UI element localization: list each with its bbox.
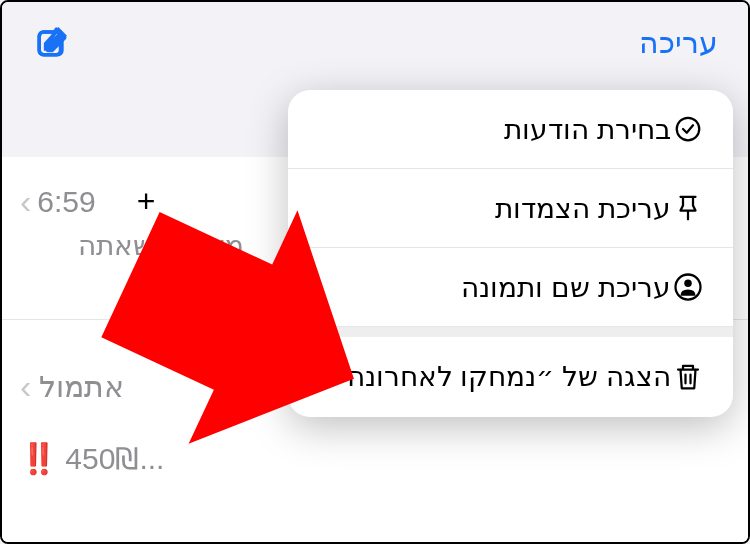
- svg-point-4: [684, 280, 692, 288]
- compose-icon: [35, 25, 69, 59]
- compose-button[interactable]: [32, 22, 72, 62]
- context-menu: בחירת הודעות עריכת הצמדות עריכת שם ותמונ…: [288, 90, 733, 417]
- menu-item-label: הצגה של ״נמחקו לאחרונה״: [316, 359, 671, 395]
- chevron-left-icon: ‹: [20, 182, 31, 221]
- conversation-name-fragment: +: [137, 183, 156, 220]
- conversation-preview: ‼️ 450₪...: [20, 441, 730, 476]
- conversation-time: אתמול: [39, 369, 124, 404]
- chevron-left-icon: ‹: [20, 367, 31, 406]
- check-circle-icon: [671, 112, 705, 146]
- trash-icon: [671, 360, 705, 394]
- menu-separator: [288, 327, 733, 337]
- menu-item-label: בחירת הודעות: [316, 113, 671, 146]
- person-circle-icon: [671, 270, 705, 304]
- menu-item-show-recently-deleted[interactable]: הצגה של ״נמחקו לאחרונה״: [288, 337, 733, 417]
- menu-item-edit-name-photo[interactable]: עריכת שם ותמונה: [288, 248, 733, 327]
- menu-item-edit-pins[interactable]: עריכת הצמדות: [288, 169, 733, 248]
- edit-link[interactable]: עריכה: [639, 25, 718, 60]
- menu-item-label: עריכת שם ותמונה: [316, 271, 671, 304]
- conversation-time: 6:59: [37, 185, 95, 219]
- menu-item-select-messages[interactable]: בחירת הודעות: [288, 90, 733, 169]
- svg-point-2: [677, 118, 700, 141]
- menu-item-label: עריכת הצמדות: [316, 192, 671, 225]
- header: עריכה: [2, 2, 748, 87]
- pin-icon: [671, 191, 705, 225]
